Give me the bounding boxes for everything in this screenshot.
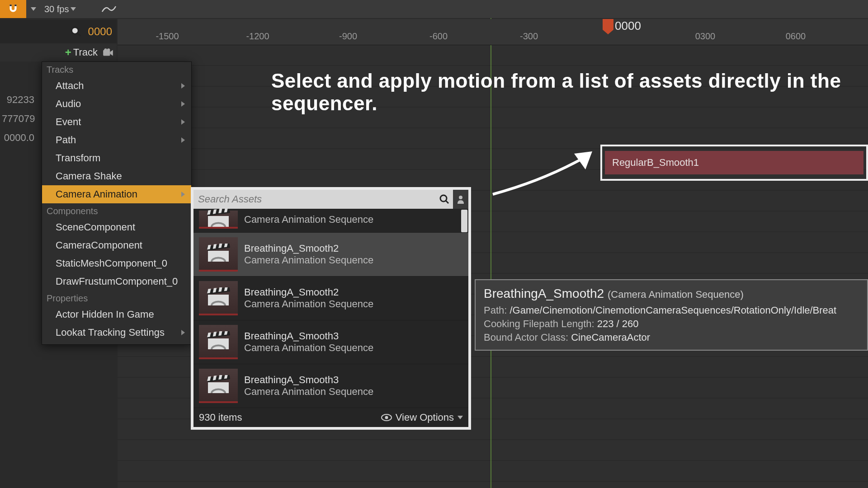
svg-rect-1 [14,5,16,6]
menu-item-label: Transform [56,152,100,164]
menu-item-track[interactable]: Transform [42,149,191,167]
asset-name-label: BreathingA_Smooth2 [244,286,373,298]
user-filter-icon[interactable] [453,190,468,209]
frame-counter[interactable]: 0000 [88,25,112,38]
magnet-icon [7,3,19,15]
chevron-down-icon [458,416,463,419]
svg-rect-16 [208,251,229,262]
svg-rect-10 [208,216,229,227]
menu-item-label: Actor Hidden In Game [56,309,154,320]
svg-point-6 [107,48,110,52]
fps-dropdown[interactable]: 30 fps [41,0,80,18]
snap-button[interactable] [0,0,26,18]
clapperboard-icon [206,209,231,229]
add-track-button[interactable]: + Track [65,46,98,59]
asset-thumbnail [199,237,238,272]
asset-thumbnail [199,325,238,359]
chevron-right-icon [181,137,185,143]
plus-icon: + [65,46,71,59]
toolbar: 30 fps [0,0,868,18]
ruler[interactable]: 0000 -1500 -1200 -900 -600 -300 0300 060… [118,19,868,45]
chevron-right-icon [181,330,185,335]
menu-item-component[interactable]: DrawFrustumComponent_0 [42,272,191,291]
asset-footer: 930 items View Options [193,408,468,427]
asset-type-label: Camera Animation Sequence [244,298,373,310]
menu-item-label: Path [56,134,76,146]
asset-type-label: Camera Animation Sequence [244,254,373,266]
menu-item-label: DrawFrustumComponent_0 [56,276,178,287]
track-label: Track [73,47,98,58]
tooltip-cooking: Cooking Filepath Length: 223 / 260 [484,318,859,330]
clapperboard-icon [206,244,231,263]
ruler-tick: 0600 [786,31,806,42]
clip-highlight: RegularB_Smooth1 [600,145,868,181]
asset-search-input[interactable] [193,190,436,209]
asset-titles: BreathingA_Smooth3Camera Animation Seque… [244,374,373,398]
ruler-tick: 0300 [695,31,716,42]
search-row: 0000 [0,20,117,43]
svg-rect-0 [9,5,11,6]
svg-line-3 [77,33,80,36]
chevron-right-icon [181,192,185,197]
asset-type-label: Camera Animation Sequence [244,214,373,225]
search-icon[interactable] [436,194,453,205]
asset-row[interactable]: BreathingA_Smooth3Camera Animation Seque… [193,364,468,408]
menu-item-track[interactable]: Attach [42,77,191,95]
svg-rect-28 [208,338,229,349]
camera-icon[interactable] [102,48,114,57]
menu-item-component[interactable]: StaticMeshComponent_0 [42,254,191,272]
ruler-tick: -900 [339,31,357,42]
annotation-headline: Select and apply motion from a list of a… [271,70,868,115]
snap-dropdown[interactable] [26,0,41,18]
menu-item-track[interactable]: Camera Animation [42,185,191,203]
menu-item-track[interactable]: Camera Shake [42,167,191,185]
left-value-scale: 92233 777079 0000.0 [0,90,36,147]
svg-rect-22 [208,295,229,305]
asset-thumbnail [199,369,238,403]
asset-row[interactable]: BreathingA_Smooth2Camera Animation Seque… [193,277,468,320]
fps-label: 30 fps [44,4,69,14]
timeline-clip[interactable]: RegularB_Smooth1 [605,151,863,174]
menu-item-component[interactable]: SceneComponent [42,218,191,236]
svg-line-8 [446,201,448,203]
asset-row[interactable]: BreathingA_Smooth2Camera Animation Seque… [193,233,468,277]
asset-row[interactable]: Camera Animation Sequence [193,209,468,233]
tooltip-actor: Bound Actor Class: CineCameraActor [484,332,859,343]
view-options-button[interactable]: View Options [381,412,463,423]
menu-item-property[interactable]: Actor Hidden In Game [42,305,191,324]
curve-editor-button[interactable] [98,0,120,18]
search-icon[interactable] [70,26,82,38]
menu-section-components: Components [42,203,191,218]
ruler-tick: -1500 [156,31,179,42]
scale-value: 777079 [0,109,36,128]
scale-value: 0000.0 [0,128,36,147]
asset-name-label: BreathingA_Smooth3 [244,330,373,342]
menu-section-properties: Properties [42,291,191,305]
menu-item-label: Attach [56,80,84,92]
menu-item-label: StaticMeshComponent_0 [56,258,167,269]
menu-item-track[interactable]: Audio [42,95,191,113]
menu-item-track[interactable]: Event [42,113,191,131]
context-menu: Tracks AttachAudioEventPathTransformCame… [42,61,192,345]
asset-type-label: Camera Animation Sequence [244,342,373,354]
asset-tooltip: BreathingA_Smooth2 (Camera Animation Seq… [475,279,868,351]
menu-item-component[interactable]: CameraComponent [42,236,191,254]
scrollbar-thumb[interactable] [461,210,467,232]
asset-row[interactable]: BreathingA_Smooth3Camera Animation Seque… [193,320,468,364]
asset-titles: BreathingA_Smooth3Camera Animation Seque… [244,330,373,354]
asset-titles: BreathingA_Smooth2Camera Animation Seque… [244,286,373,310]
svg-point-41 [385,416,388,419]
chevron-right-icon [181,101,185,107]
chevron-right-icon [181,119,185,125]
tooltip-title: BreathingA_Smooth2 (Camera Animation Seq… [484,286,859,301]
menu-item-track[interactable]: Path [42,131,191,149]
asset-list[interactable]: Camera Animation SequenceBreathingA_Smoo… [193,209,468,408]
menu-item-label: Camera Shake [56,170,122,182]
asset-search-row [193,190,468,209]
annotation-arrow-icon [484,145,601,199]
asset-thumbnail [199,281,238,315]
menu-item-property[interactable]: Lookat Tracking Settings [42,324,191,342]
svg-point-9 [459,196,462,199]
menu-item-label: CameraComponent [56,239,142,251]
ruler-tick: -1200 [246,31,269,42]
